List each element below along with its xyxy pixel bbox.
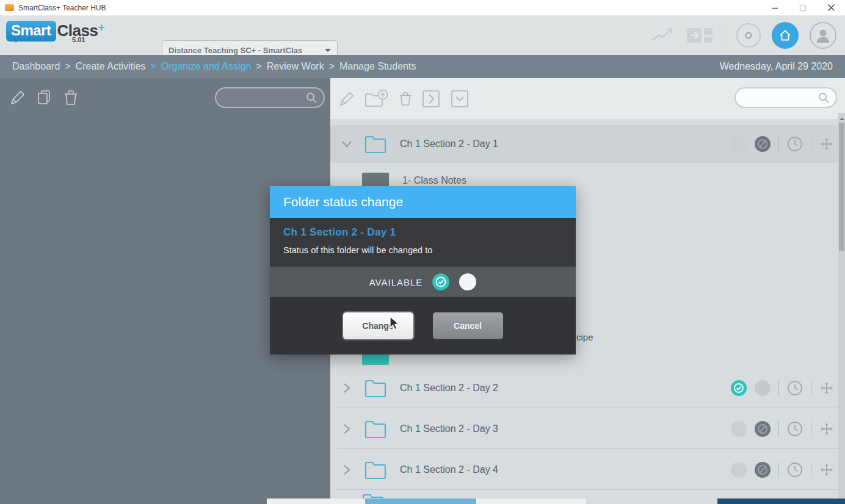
breadcrumb-dashboard[interactable]: Dashboard xyxy=(12,61,60,72)
status-unavailable-toggle-off[interactable] xyxy=(459,273,476,290)
app-header: Smart Class+ 5.01 Distance Teaching SC+ … xyxy=(0,16,845,55)
breadcrumb-separator: > xyxy=(65,61,70,72)
progress-chart-icon[interactable] xyxy=(650,27,675,44)
move-handle-icon[interactable] xyxy=(819,381,834,395)
class-search-input[interactable] xyxy=(222,93,305,103)
icon-separator xyxy=(811,421,811,437)
scroll-up-arrow-icon[interactable] xyxy=(840,115,844,120)
current-date: Wednesday, April 29 2020 xyxy=(720,61,833,72)
icon-separator xyxy=(778,380,779,396)
maximize-icon xyxy=(799,4,807,12)
breadcrumb-separator: > xyxy=(150,61,156,72)
available-badge-inactive[interactable] xyxy=(731,462,747,478)
window-title: SmartClass+ Teacher HUB xyxy=(18,4,106,12)
icon-separator xyxy=(778,421,779,437)
close-icon xyxy=(827,4,835,12)
mouse-cursor xyxy=(388,316,402,331)
unavailable-badge-active[interactable] xyxy=(755,421,771,437)
move-handle-icon[interactable] xyxy=(819,137,834,151)
breadcrumb-create-activities[interactable]: Create Activities xyxy=(76,61,146,72)
search-icon[interactable] xyxy=(305,92,317,104)
available-badge-active[interactable] xyxy=(731,380,747,396)
breadcrumb-organize-and-assign[interactable]: Organize and Assign xyxy=(161,61,252,72)
folder-row[interactable]: Ch 1 Section 2 - Day 4 xyxy=(330,450,845,489)
dialog-folder-name: Ch 1 Section 2 - Day 1 xyxy=(283,226,562,239)
user-avatar-button[interactable] xyxy=(810,22,836,49)
icon-separator xyxy=(778,136,779,152)
class-search-box xyxy=(215,87,325,108)
delete-trash-icon[interactable] xyxy=(63,89,78,106)
maximize-button[interactable] xyxy=(789,0,817,15)
available-badge-inactive[interactable] xyxy=(731,136,747,152)
icon-separator xyxy=(811,136,811,152)
window-titlebar: SmartClass+ Teacher HUB xyxy=(0,0,845,16)
move-handle-icon[interactable] xyxy=(819,422,834,436)
folder-name: Ch 1 Section 2 - Day 2 xyxy=(400,383,498,394)
scrollbar[interactable] xyxy=(838,113,845,504)
select-all-icon[interactable] xyxy=(450,89,470,109)
avatar-icon xyxy=(814,26,832,45)
home-button[interactable] xyxy=(772,22,799,49)
logo-plus: + xyxy=(98,21,104,34)
app-icon xyxy=(5,4,14,11)
icon-separator xyxy=(778,462,779,478)
schedule-clock-icon[interactable] xyxy=(787,136,803,152)
chevron-right-icon[interactable] xyxy=(340,463,354,477)
new-folder-icon[interactable] xyxy=(364,89,390,109)
chevron-right-icon[interactable] xyxy=(340,381,354,395)
status-available-toggle-on[interactable] xyxy=(432,273,449,290)
schedule-clock-icon[interactable] xyxy=(787,421,803,437)
folder-row[interactable]: Ch 1 Section 2 - Day 1 xyxy=(330,125,845,163)
dialog-title: Folder status change xyxy=(283,195,403,209)
chevron-down-icon xyxy=(325,49,331,55)
hidden-item-text-fragment: cipe xyxy=(576,332,593,342)
activity-item-name: 1- Class Notes xyxy=(402,175,466,186)
activities-search-input[interactable] xyxy=(742,93,818,103)
edit-pencil-icon[interactable] xyxy=(339,91,355,107)
folder-status-change-dialog: Folder status change Ch 1 Section 2 - Da… xyxy=(270,186,576,355)
dialog-footer: Change Cancel xyxy=(270,297,576,355)
edit-pencil-icon[interactable] xyxy=(10,90,26,106)
close-button[interactable] xyxy=(817,0,845,15)
location-status-icon[interactable] xyxy=(736,23,761,48)
change-button[interactable]: Change xyxy=(343,312,413,339)
dialog-message: Status of this folder will be changed to xyxy=(283,245,562,255)
class-selector-value: Distance Teaching SC+ - SmartClas xyxy=(169,46,321,55)
unavailable-badge-inactive[interactable] xyxy=(755,380,771,396)
move-handle-icon[interactable] xyxy=(819,463,834,477)
folder-name: Ch 1 Section 2 - Day 3 xyxy=(400,423,498,434)
background-window-fragment xyxy=(365,499,476,504)
send-to-icon[interactable] xyxy=(421,89,441,109)
schedule-clock-icon[interactable] xyxy=(787,380,803,396)
breadcrumb-review-work[interactable]: Review Work xyxy=(267,61,324,72)
available-badge-inactive[interactable] xyxy=(731,421,747,437)
folder-icon xyxy=(364,379,386,397)
minimize-button[interactable] xyxy=(761,0,789,15)
breadcrumb: Dashboard > Create Activities > Organize… xyxy=(0,55,845,78)
chevron-down-icon[interactable] xyxy=(340,137,354,151)
icon-separator xyxy=(811,462,811,478)
folder-row[interactable]: Ch 1 Section 2 - Day 3 xyxy=(330,409,845,448)
cancel-button[interactable]: Cancel xyxy=(433,312,503,339)
icon-separator xyxy=(811,380,811,396)
folder-name: Ch 1 Section 2 - Day 4 xyxy=(400,464,498,475)
row-divider xyxy=(336,489,838,490)
unavailable-badge-active[interactable] xyxy=(755,462,771,478)
row-divider xyxy=(336,448,838,449)
duplicate-copy-icon[interactable] xyxy=(36,89,53,106)
breadcrumb-manage-students[interactable]: Manage Students xyxy=(339,61,416,72)
pin-dot-icon xyxy=(744,31,753,40)
smartclass-logo: Smart Class+ xyxy=(6,21,104,41)
unavailable-badge-active[interactable] xyxy=(755,136,771,152)
search-icon[interactable] xyxy=(818,92,830,104)
dialog-status-row: AVAILABLE xyxy=(270,267,576,297)
chevron-right-icon[interactable] xyxy=(340,422,354,436)
dashboard-grid-icon[interactable] xyxy=(686,25,714,46)
background-window-strip xyxy=(0,499,845,504)
delete-trash-icon[interactable] xyxy=(399,90,412,107)
row-divider xyxy=(336,408,838,408)
scrollbar-thumb[interactable] xyxy=(839,123,844,251)
schedule-clock-icon[interactable] xyxy=(787,462,803,478)
header-separator xyxy=(725,26,725,45)
folder-row[interactable]: Ch 1 Section 2 - Day 2 xyxy=(330,369,845,408)
